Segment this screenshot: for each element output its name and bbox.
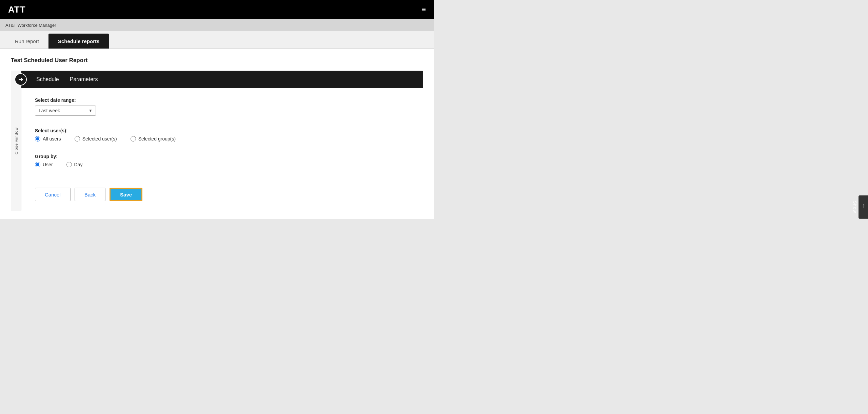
date-range-group: Select date range: Last week This week L… (35, 97, 409, 116)
card-wrapper: Close window ➜ Schedule Parameters Selec… (11, 71, 423, 211)
tab-schedule-label[interactable]: Schedule (36, 76, 59, 82)
radio-selected-users-input[interactable] (75, 136, 80, 142)
main-content: Test Scheduled User Report Close window … (0, 49, 434, 219)
radio-day-label: Day (74, 162, 83, 167)
radio-user-label: User (43, 162, 53, 167)
tab-schedule-reports[interactable]: Schedule reports (48, 34, 109, 49)
tabs-bar: Run report Schedule reports (0, 31, 434, 49)
radio-selected-groups-input[interactable] (131, 136, 136, 142)
tab-run-report[interactable]: Run report (5, 34, 48, 49)
radio-all-users-label: All users (43, 136, 61, 142)
users-label: Select user(s): (35, 128, 409, 133)
card-body: Select date range: Last week This week L… (21, 88, 423, 211)
card-main: ➜ Schedule Parameters Select date range:… (21, 71, 423, 211)
top-header: ATT ≡ (0, 0, 434, 19)
action-row: Cancel Back Save (35, 188, 409, 201)
app-logo: ATT (8, 4, 26, 15)
group-by-group: Group by: User Day (35, 154, 409, 167)
radio-all-users[interactable]: All users (35, 136, 61, 142)
save-button[interactable]: Save (110, 188, 142, 201)
radio-selected-groups[interactable]: Selected group(s) (131, 136, 176, 142)
brand-name: AT&T Workforce Manager (5, 23, 56, 28)
cancel-button[interactable]: Cancel (35, 188, 71, 201)
tab-parameters-label[interactable]: Parameters (70, 76, 98, 82)
select-users-group: Select user(s): All users Selected user(… (35, 128, 409, 142)
radio-day-input[interactable] (66, 162, 72, 167)
date-range-label: Select date range: (35, 97, 409, 103)
report-title: Test Scheduled User Report (11, 57, 423, 64)
radio-selected-users-label: Selected user(s) (82, 136, 117, 142)
sub-header: AT&T Workforce Manager (0, 19, 434, 31)
radio-selected-users[interactable]: Selected user(s) (75, 136, 117, 142)
date-range-select[interactable]: Last week This week Last month Custom (35, 106, 96, 116)
radio-all-users-input[interactable] (35, 136, 40, 142)
radio-day[interactable]: Day (66, 162, 83, 167)
parameters-card: ➜ Schedule Parameters Select date range:… (21, 71, 423, 211)
close-window-bar[interactable]: Close window (11, 71, 21, 211)
menu-icon[interactable]: ≡ (421, 5, 426, 14)
radio-selected-groups-label: Selected group(s) (138, 136, 176, 142)
card-header: ➜ Schedule Parameters (21, 71, 423, 88)
back-button[interactable]: Back (75, 188, 105, 201)
radio-user-input[interactable] (35, 162, 40, 167)
group-by-radio-group: User Day (35, 162, 409, 167)
group-by-label: Group by: (35, 154, 409, 159)
date-range-select-wrapper: Last week This week Last month Custom ▼ (35, 106, 96, 116)
radio-user[interactable]: User (35, 162, 53, 167)
card-arrow-icon[interactable]: ➜ (15, 73, 27, 86)
users-radio-group: All users Selected user(s) Selected grou… (35, 136, 409, 142)
